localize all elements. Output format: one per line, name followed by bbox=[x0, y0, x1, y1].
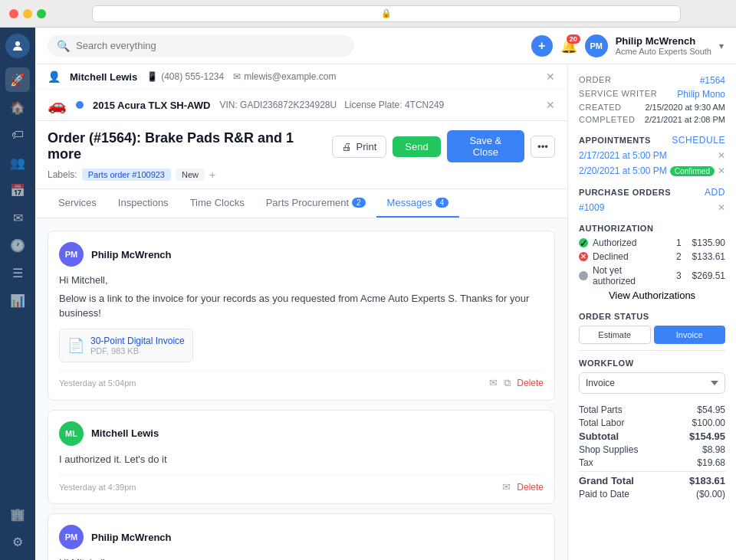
appointment-2: 2/20/2021 at 5:00 PM Confirmed ✕ bbox=[579, 165, 725, 176]
appt-close-1[interactable]: ✕ bbox=[718, 150, 725, 161]
sidebar-item-chart[interactable]: 📊 bbox=[5, 288, 30, 313]
service-writer-link[interactable]: Philip Mono bbox=[677, 89, 725, 100]
add-label-icon[interactable]: + bbox=[209, 169, 215, 181]
add-po-link[interactable]: Add bbox=[705, 187, 725, 198]
maximize-button[interactable] bbox=[37, 9, 46, 18]
close-button[interactable] bbox=[9, 9, 18, 18]
delete-button-1[interactable]: Delete bbox=[517, 378, 544, 388]
svg-point-0 bbox=[15, 41, 20, 46]
auth-declined-count: 2 bbox=[676, 251, 682, 262]
notifications-bell[interactable]: 🔔 20 bbox=[560, 38, 577, 54]
appt-date-1[interactable]: 2/17/2021 at 5:00 PM bbox=[579, 150, 667, 161]
search-box[interactable]: 🔍 bbox=[48, 35, 354, 57]
order-status-label: ORDER STATUS bbox=[579, 312, 725, 321]
search-input[interactable] bbox=[76, 40, 345, 51]
tab-services[interactable]: Services bbox=[48, 189, 107, 218]
customer-close-icon[interactable]: ✕ bbox=[546, 70, 555, 83]
shop-supplies-label: Shop Supplies bbox=[579, 444, 638, 455]
tax-label: Tax bbox=[579, 457, 593, 468]
customer-mobile: 📱 (408) 555-1234 bbox=[146, 71, 224, 82]
auth-gray-dot bbox=[579, 271, 588, 280]
customer-icon: 👤 bbox=[48, 70, 61, 83]
shop-supplies-value: $8.98 bbox=[702, 444, 725, 455]
customer-name: Mitchell Lewis bbox=[70, 71, 137, 83]
sidebar-item-clock[interactable]: 🕐 bbox=[5, 233, 30, 257]
sidebar-item-building[interactable]: 🏢 bbox=[5, 502, 30, 526]
avatar-ml-2: ML bbox=[59, 421, 84, 446]
print-button[interactable]: 🖨 Print bbox=[332, 136, 387, 158]
pdf-icon-1: 📄 bbox=[67, 337, 84, 354]
tabs-bar: Services Inspections Time Clocks Parts P… bbox=[35, 189, 567, 218]
sidebar-item-settings[interactable]: ⚙ bbox=[5, 529, 30, 554]
auth-authorized-amount: $135.90 bbox=[692, 237, 725, 248]
user-sub: Acme Auto Experts South bbox=[616, 47, 711, 56]
status-invoice-btn[interactable]: Invoice bbox=[654, 326, 726, 344]
message-body-3: Hi Mitchell, Below is a link to the esti… bbox=[59, 555, 544, 560]
auth-not-text: Not yet authorized bbox=[593, 265, 665, 287]
auth-declined: ✕ Declined 2 $133.61 bbox=[579, 251, 725, 262]
vehicle-bar: 🚗 2015 Acura TLX SH-AWD VIN: GADI236872K… bbox=[35, 90, 567, 120]
message-email-icon-1: ✉ bbox=[489, 377, 498, 388]
search-icon: 🔍 bbox=[57, 40, 70, 52]
add-button[interactable]: + bbox=[531, 35, 553, 57]
purchase-orders-label: PURCHASE ORDERS bbox=[579, 188, 671, 197]
schedule-link[interactable]: Schedule bbox=[672, 135, 725, 146]
message-body-1: Hi Mitchell, Below is a link to the invo… bbox=[59, 273, 544, 321]
appt-close-2[interactable]: ✕ bbox=[718, 165, 725, 176]
vehicle-close-icon[interactable]: ✕ bbox=[546, 99, 555, 111]
user-chevron-icon[interactable]: ▾ bbox=[719, 41, 724, 51]
auth-not-amount: $269.51 bbox=[692, 270, 725, 281]
vehicle-image: 🚗 bbox=[48, 96, 67, 114]
sender-2: Mitchell Lewis bbox=[91, 427, 159, 439]
sidebar: 🚀 🏠 🏷 👥 📅 ✉ 🕐 ☰ 📊 🏢 ⚙ bbox=[0, 28, 35, 560]
sidebar-item-rocket[interactable]: 🚀 bbox=[5, 67, 30, 92]
subtotal-value: $154.95 bbox=[689, 431, 725, 442]
appointment-1: 2/17/2021 at 5:00 PM ✕ bbox=[579, 150, 725, 161]
sidebar-item-envelope[interactable]: ✉ bbox=[5, 205, 30, 230]
total-parts-value: $54.95 bbox=[697, 404, 725, 415]
po-link-1[interactable]: #1009 bbox=[579, 202, 604, 213]
po-close-1[interactable]: ✕ bbox=[718, 202, 725, 213]
sidebar-item-tag[interactable]: 🏷 bbox=[5, 123, 30, 147]
message-copy-icon-1: ⧉ bbox=[504, 377, 511, 389]
tab-parts-procurement[interactable]: Parts Procurement 2 bbox=[255, 189, 376, 218]
parts-badge: 2 bbox=[352, 198, 366, 208]
url-bar[interactable]: 🔒 bbox=[92, 5, 681, 22]
sidebar-item-home[interactable]: 🏠 bbox=[5, 95, 30, 120]
confirmed-badge: Confirmed bbox=[670, 166, 715, 176]
messages-badge: 4 bbox=[435, 198, 449, 208]
right-panel: ORDER #1564 SERVICE WRITER Philip Mono C… bbox=[567, 64, 736, 560]
total-labor-value: $100.00 bbox=[692, 418, 725, 428]
message-time-2: Yesterday at 4:39pm bbox=[59, 483, 496, 492]
po-item-1: #1009 ✕ bbox=[579, 202, 725, 213]
sidebar-item-list[interactable]: ☰ bbox=[5, 260, 30, 285]
authorization-label: AUTHORIZATION bbox=[579, 224, 725, 233]
send-button[interactable]: Send bbox=[393, 136, 440, 157]
tab-inspections[interactable]: Inspections bbox=[107, 189, 179, 218]
tab-messages[interactable]: Messages 4 bbox=[376, 189, 460, 218]
avatar-pm-3: PM bbox=[59, 525, 84, 549]
save-close-button[interactable]: Save & Close bbox=[447, 130, 524, 162]
sidebar-item-people[interactable]: 👥 bbox=[5, 150, 30, 175]
more-button[interactable]: ••• bbox=[531, 136, 555, 158]
new-label-badge[interactable]: New bbox=[176, 169, 205, 181]
tab-time-clocks[interactable]: Time Clocks bbox=[179, 189, 255, 218]
order-title: Order (#1564): Brake Pads R&R and 1 more bbox=[48, 130, 323, 162]
order-number-link[interactable]: #1564 bbox=[700, 75, 725, 86]
parts-label-badge[interactable]: Parts order #100923 bbox=[82, 169, 171, 181]
view-authorizations-link[interactable]: View Authorizations bbox=[609, 290, 695, 301]
message-email-icon-2: ✉ bbox=[502, 481, 511, 493]
sidebar-logo[interactable] bbox=[5, 34, 30, 58]
appt-date-2[interactable]: 2/20/2021 at 5:00 PM bbox=[579, 165, 667, 176]
status-estimate-btn[interactable]: Estimate bbox=[579, 326, 651, 344]
sender-3: Philip McWrench bbox=[91, 532, 172, 543]
grand-total-label: Grand Total bbox=[579, 475, 634, 486]
workflow-select[interactable]: Invoice Estimate Closed bbox=[579, 372, 725, 394]
attachment-1[interactable]: 📄 30-Point Digital Invoice PDF, 983 KB bbox=[59, 329, 193, 362]
sidebar-item-calendar[interactable]: 📅 bbox=[5, 178, 30, 202]
minimize-button[interactable] bbox=[23, 9, 32, 18]
auth-red-dot: ✕ bbox=[579, 252, 588, 261]
paid-label: Paid to Date bbox=[579, 489, 629, 499]
user-name: Philip McWrench bbox=[616, 35, 711, 47]
delete-button-2[interactable]: Delete bbox=[517, 482, 544, 493]
